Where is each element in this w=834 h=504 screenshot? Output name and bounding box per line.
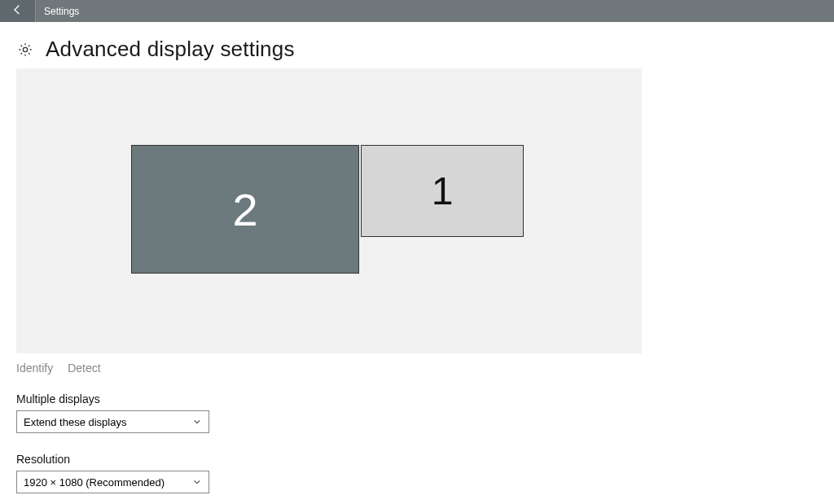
display-arrangement-canvas[interactable]: 2 1: [16, 68, 642, 353]
display-tile-label: 1: [432, 169, 454, 213]
gear-icon: [16, 41, 34, 59]
page-header: Advanced display settings: [16, 37, 818, 62]
identify-link[interactable]: Identify: [16, 362, 53, 375]
svg-point-0: [23, 47, 27, 51]
display-tile-label: 2: [232, 183, 257, 236]
display-action-links: Identify Detect: [16, 362, 818, 375]
resolution-label: Resolution: [16, 453, 818, 466]
multiple-displays-group: Multiple displays Extend these displays: [16, 392, 818, 433]
resolution-group: Resolution 1920 × 1080 (Recommended): [16, 453, 818, 493]
detect-link[interactable]: Detect: [68, 362, 100, 375]
chevron-down-icon: [192, 477, 202, 487]
display-tile-1[interactable]: 1: [361, 145, 524, 237]
back-button[interactable]: [0, 0, 36, 22]
multiple-displays-dropdown[interactable]: Extend these displays: [16, 410, 209, 433]
resolution-value: 1920 × 1080 (Recommended): [24, 476, 165, 489]
multiple-displays-value: Extend these displays: [24, 416, 126, 428]
resolution-dropdown[interactable]: 1920 × 1080 (Recommended): [16, 471, 209, 493]
chevron-down-icon: [192, 417, 202, 427]
content-area: Advanced display settings 2 1 Identify D…: [0, 22, 834, 504]
titlebar: Settings: [0, 0, 834, 22]
app-title: Settings: [36, 0, 79, 22]
display-tile-2[interactable]: 2: [131, 145, 359, 274]
multiple-displays-label: Multiple displays: [16, 392, 818, 405]
page-title: Advanced display settings: [46, 37, 295, 62]
back-arrow-icon: [11, 3, 24, 19]
